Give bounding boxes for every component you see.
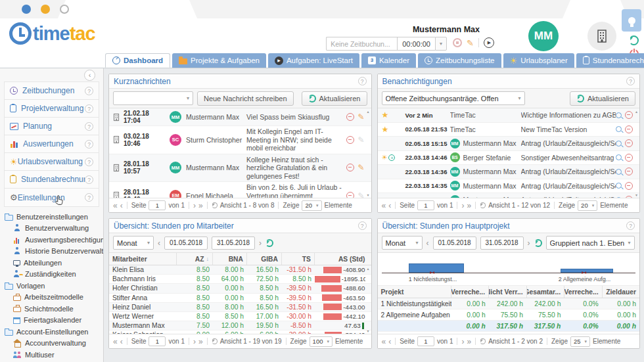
page-input[interactable] <box>149 336 166 346</box>
delete-icon[interactable] <box>346 113 354 121</box>
notification-row[interactable]: ★ ☀ + 08.02.18 17:10 MM Mustermann Max A… <box>378 193 640 198</box>
booking-dropdown-button[interactable]: ▾ <box>435 37 447 51</box>
delete-icon[interactable] <box>346 192 354 198</box>
search-icon[interactable] <box>616 154 622 160</box>
last-page-button[interactable]: » <box>198 202 203 210</box>
tab-urlaubsplaner[interactable]: ☀Urlaubsplaner <box>503 53 574 68</box>
company-button[interactable] <box>587 22 616 51</box>
dismiss-icon[interactable] <box>625 168 633 175</box>
page-input[interactable] <box>417 200 434 210</box>
notification-row[interactable]: ★ ☀ + 22.03.18 14:36 MM Mustermann Max A… <box>378 165 640 179</box>
help-icon[interactable]: ? <box>85 175 93 184</box>
column-header-bna[interactable]: BNA <box>213 253 247 265</box>
sidebar-collapse-button[interactable]: ‹ <box>84 70 95 81</box>
scroll-up-icon[interactable]: ▴ <box>367 109 369 114</box>
edit-pencil-icon[interactable]: ✎ <box>357 191 364 198</box>
tree-item[interactable]: Feiertagskalender <box>0 315 103 327</box>
employee-row[interactable]: Hofer Christian 8.50 0.00 h 8.50 h -39.5… <box>109 284 371 293</box>
next-page-button[interactable]: › <box>461 202 464 210</box>
column-header-verrechenbar-prozent[interactable]: Verreche... <box>564 286 603 298</box>
tree-item[interactable]: Multiuser <box>0 349 103 361</box>
page-size-select[interactable]: 25▾ <box>570 336 590 347</box>
help-icon[interactable]: ? <box>85 140 93 148</box>
column-header-zieldauer[interactable]: Zieldauer <box>603 286 640 298</box>
sidebar-item-urlaubsverwaltung[interactable]: ☀Urlaubsverwaltung? <box>5 153 99 171</box>
play-button[interactable]: ▶ <box>484 37 494 48</box>
help-icon[interactable]: ? <box>358 77 367 85</box>
scrollbar[interactable]: ▴▾ <box>365 265 371 334</box>
dismiss-icon[interactable] <box>625 154 633 162</box>
new-message-button[interactable]: Neue Nachricht schreiben <box>197 91 294 106</box>
next-period-button[interactable]: › <box>259 238 262 248</box>
prev-page-button[interactable]: ‹ <box>120 338 123 346</box>
column-header-gesamtarbeit[interactable]: Gesamtar... <box>527 286 565 298</box>
column-header-ts[interactable]: TS <box>282 253 315 265</box>
help-icon[interactable]: ? <box>85 158 93 166</box>
page-size-select[interactable]: 20▾ <box>302 200 321 211</box>
help-icon[interactable]: ? <box>626 77 635 85</box>
tab-aufgaben-livestart[interactable]: ▶Aufgaben: LiveStart <box>268 53 359 68</box>
chart-bar[interactable] <box>561 269 613 273</box>
employee-row[interactable]: Kaiser Sebastian 0.00 6.00 h 6.00 h -30.… <box>109 330 371 334</box>
sidebar-item-einstellungen[interactable]: ⚙Einstellungen? <box>5 189 99 206</box>
scrollbar[interactable]: ▴▾ <box>365 108 371 198</box>
sidebar-item-auswertungen[interactable]: Auswertungen? <box>5 135 99 153</box>
tree-item[interactable]: Vorlagen <box>0 280 103 292</box>
column-header-az[interactable]: AZ↓ <box>177 253 213 265</box>
message-filter-select[interactable]: ▾ <box>113 91 193 105</box>
search-icon[interactable] <box>616 112 622 118</box>
edit-pencil-icon[interactable]: ✎ <box>357 163 364 172</box>
column-header-mitarbeiter[interactable]: Mitarbeiter <box>109 253 177 265</box>
scroll-down-icon[interactable]: ▾ <box>367 328 369 333</box>
notification-row[interactable]: ★ ☀ + Vor 2 Min TimeTac Wichtige Informa… <box>378 108 640 123</box>
help-icon[interactable]: ? <box>85 122 93 131</box>
refresh-messages-button[interactable]: Aktualisieren <box>302 91 367 106</box>
refresh-icon[interactable] <box>534 239 542 247</box>
scroll-up-icon[interactable]: ▴ <box>635 109 637 114</box>
tab-zeitbuchungsliste[interactable]: Zeitbuchungsliste <box>418 53 501 68</box>
page-size-select[interactable]: 100▾ <box>310 336 333 347</box>
prev-page-button[interactable]: ‹ <box>388 202 391 210</box>
tree-item[interactable]: Historie Benutzerverwaltung <box>0 246 103 258</box>
column-header-verrechenbar[interactable]: Verreche... <box>451 286 490 298</box>
page-size-select[interactable]: 20▾ <box>578 200 597 211</box>
scrollbar[interactable]: ▴▾ <box>633 108 639 198</box>
tree-item[interactable]: Abteilungen <box>0 257 103 269</box>
prev-period-button[interactable]: ‹ <box>426 238 429 248</box>
date-to-field[interactable]: 31.05.2018 <box>212 237 255 250</box>
tree-item[interactable]: Benutzerverwaltung <box>0 223 103 235</box>
date-from-field[interactable]: 01.05.2018 <box>164 237 208 250</box>
period-mode-select[interactable]: Monat▾ <box>113 236 154 250</box>
first-page-button[interactable]: « <box>113 202 118 210</box>
employee-row[interactable]: Mustermann Max 7.50 12.00 h 19.50 h -8.5… <box>109 321 371 330</box>
delete-icon[interactable] <box>346 136 354 144</box>
dismiss-icon[interactable] <box>625 125 633 133</box>
sidebar-item-planung[interactable]: Planung? <box>5 118 99 135</box>
edit-pencil-icon[interactable]: ✎ <box>467 38 474 48</box>
message-row[interactable]: 21.02.18 17:04 MM Mustermann Max Viel Sp… <box>109 108 371 126</box>
prev-page-button[interactable]: ‹ <box>388 338 391 346</box>
employee-row[interactable]: Bachmann Iris 8.50 64.00 h 72.50 h 8.50 … <box>109 275 371 284</box>
search-icon[interactable] <box>616 183 622 189</box>
help-icon[interactable]: ? <box>85 87 93 95</box>
sidebar-item-zeitbuchungen[interactable]: Zeitbuchungen? <box>5 82 99 100</box>
tab-kalender[interactable]: 3Kalender <box>361 53 416 68</box>
help-icon[interactable]: ? <box>85 193 93 202</box>
star-icon[interactable]: ★ <box>382 110 389 120</box>
notification-row[interactable]: ★ ☀ + 22.03.18 14:46 BS Berger Stefanie … <box>378 151 640 166</box>
refresh-icon[interactable] <box>629 35 639 45</box>
period-mode-select[interactable]: Monat▾ <box>382 236 423 250</box>
hint-lightbulb-button[interactable] <box>622 9 641 32</box>
page-input[interactable] <box>149 200 166 210</box>
delete-icon[interactable] <box>346 164 354 171</box>
tree-item[interactable]: Arbeitszeitmodelle <box>0 292 103 304</box>
prev-period-button[interactable]: ‹ <box>158 238 160 248</box>
last-page-button[interactable]: » <box>198 338 203 346</box>
sidebar-item-stundenabrechnung[interactable]: Stundenabrechnung? <box>5 171 99 189</box>
notification-row[interactable]: ★ ☀ + 22.03.18 14:35 MM Mustermann Max A… <box>378 179 640 194</box>
dismiss-icon[interactable] <box>625 196 633 198</box>
sidebar-item-projektverwaltung[interactable]: Projektverwaltung? <box>5 100 99 118</box>
project-row[interactable]: 2 Allgemeine Aufgaben 0.00 h 75.50 h 75.… <box>378 309 640 321</box>
tree-item[interactable]: Account-Einstellungen <box>0 326 103 338</box>
first-page-button[interactable]: « <box>113 338 118 346</box>
